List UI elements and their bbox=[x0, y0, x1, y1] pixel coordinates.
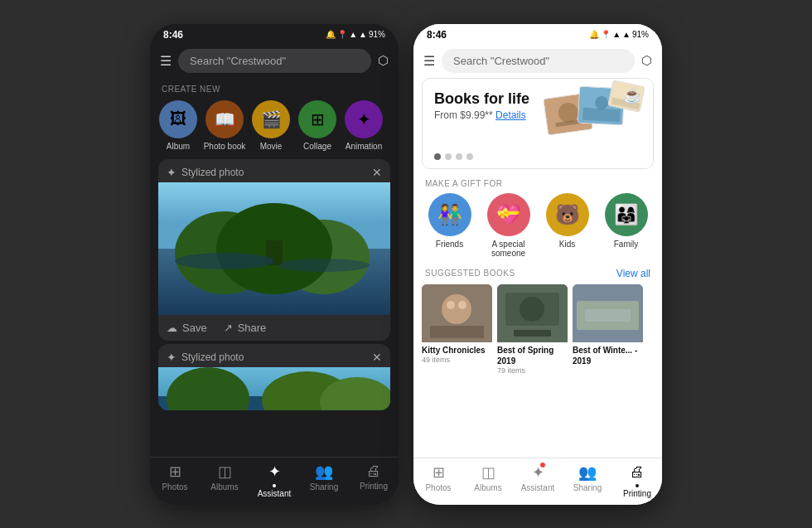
sharing-nav-icon: 👥 bbox=[315, 463, 333, 481]
printing-nav-label: Printing bbox=[360, 482, 388, 491]
create-movie[interactable]: 🎬 Movie bbox=[248, 100, 294, 151]
stylized-photo-card-1: ✦ Stylized photo ✕ bbox=[158, 159, 390, 341]
sharing-nav-label-r: Sharing bbox=[573, 483, 602, 492]
svg-point-23 bbox=[447, 301, 455, 309]
kids-icon: 🐻 bbox=[546, 193, 589, 236]
card2-title: Stylized photo bbox=[181, 351, 244, 363]
card1-close[interactable]: ✕ bbox=[372, 166, 382, 179]
create-album[interactable]: 🖼 Album bbox=[155, 100, 201, 151]
battery-right: 91% bbox=[632, 30, 649, 39]
menu-icon-left[interactable]: ☰ bbox=[160, 53, 172, 69]
bottom-nav-left: ⊞ Photos ◫ Albums ✦ Assistant 👥 Sharing … bbox=[150, 457, 399, 505]
card1-actions: ☁ Save ↗ Share bbox=[158, 315, 390, 341]
sparkle-icon-1: ✦ bbox=[167, 166, 176, 179]
notification-icon: 🔔 bbox=[326, 30, 336, 39]
nav-assistant-right[interactable]: ✦ Assistant bbox=[518, 463, 558, 498]
album-label: Album bbox=[167, 142, 190, 151]
save-button[interactable]: ☁ Save bbox=[167, 322, 207, 334]
album-icon: 🖼 bbox=[159, 100, 197, 138]
nav-printing-left[interactable]: 🖨 Printing bbox=[354, 463, 394, 498]
photos-nav-label-r: Photos bbox=[425, 483, 451, 492]
nav-printing-right[interactable]: 🖨 Printing bbox=[617, 463, 657, 498]
menu-icon-right[interactable]: ☰ bbox=[423, 53, 435, 69]
albums-nav-label-r: Albums bbox=[474, 483, 501, 492]
nav-sharing-left[interactable]: 👥 Sharing bbox=[304, 463, 344, 498]
create-collage[interactable]: ⊞ Collage bbox=[294, 100, 341, 151]
kitty-book-count: 49 items bbox=[422, 356, 492, 364]
create-animation[interactable]: ✦ Animation bbox=[341, 100, 387, 151]
svg-rect-29 bbox=[514, 330, 551, 337]
family-label: Family bbox=[614, 240, 638, 249]
friends-icon: 👫 bbox=[428, 193, 471, 236]
gift-friends[interactable]: 👫 Friends bbox=[428, 193, 471, 258]
svg-point-7 bbox=[278, 259, 370, 272]
card1-header: ✦ Stylized photo ✕ bbox=[158, 159, 390, 182]
sharing-nav-label: Sharing bbox=[310, 482, 338, 492]
save-label: Save bbox=[182, 322, 207, 334]
gift-kids[interactable]: 🐻 Kids bbox=[546, 193, 589, 258]
phones-container: 8:46 🔔 📍 ▲ ▲ 91% ☰ Search "Crestwood" ⬡ … bbox=[150, 24, 662, 505]
share-button[interactable]: ↗ Share bbox=[224, 322, 267, 334]
photos-nav-label: Photos bbox=[162, 482, 187, 492]
collage-label: Collage bbox=[303, 142, 331, 151]
status-icons-left: 🔔 📍 ▲ ▲ 91% bbox=[326, 30, 385, 39]
search-bar-left: ☰ Search "Crestwood" ⬡ bbox=[150, 44, 399, 78]
dot-1[interactable] bbox=[434, 153, 441, 160]
svg-rect-32 bbox=[585, 309, 631, 322]
assistant-badge: ✦ bbox=[532, 463, 544, 482]
nav-photos-left[interactable]: ⊞ Photos bbox=[155, 463, 195, 498]
books-preview-images: ☕ bbox=[545, 83, 645, 162]
status-bar-right: 8:46 🔔 📍 ▲ ▲ 91% bbox=[413, 24, 662, 44]
svg-point-24 bbox=[458, 301, 466, 309]
wifi-icon-r: ▲ bbox=[622, 30, 631, 39]
make-gift-label: MAKE A GIFT FOR bbox=[413, 176, 662, 193]
nav-albums-right[interactable]: ◫ Albums bbox=[468, 463, 508, 498]
printing-nav-icon: 🖨 bbox=[366, 463, 381, 480]
special-label: A special someone bbox=[491, 240, 525, 258]
coffee-cup-decoration: ☕ bbox=[620, 83, 645, 108]
gift-family[interactable]: 👨‍👩‍👧 Family bbox=[605, 193, 648, 258]
left-phone-content: CREATE NEW 🖼 Album 📖 Photo book 🎬 Movie … bbox=[150, 78, 399, 457]
view-all-button[interactable]: View all bbox=[616, 268, 650, 279]
search-input-left[interactable]: Search "Crestwood" bbox=[178, 49, 371, 73]
signal-icon: ▲ bbox=[349, 30, 357, 39]
left-phone: 8:46 🔔 📍 ▲ ▲ 91% ☰ Search "Crestwood" ⬡ … bbox=[150, 24, 399, 505]
svg-point-6 bbox=[175, 253, 274, 269]
dot-3[interactable] bbox=[456, 153, 462, 160]
photobook-label: Photo book bbox=[204, 142, 246, 151]
svg-rect-25 bbox=[430, 326, 484, 338]
nav-sharing-right[interactable]: 👥 Sharing bbox=[568, 463, 607, 498]
cast-icon-right[interactable]: ⬡ bbox=[641, 53, 652, 68]
book-spring[interactable]: Best of Spring 2019 79 items bbox=[497, 284, 568, 375]
notification-icon-r: 🔔 bbox=[589, 30, 599, 39]
book-winter[interactable]: Best of Winte... - 2019 bbox=[573, 284, 643, 375]
cast-icon-left[interactable]: ⬡ bbox=[378, 53, 389, 68]
card2-close[interactable]: ✕ bbox=[372, 351, 382, 364]
wifi-icon: ▲ bbox=[359, 30, 367, 39]
card2-title-row: ✦ Stylized photo bbox=[167, 351, 244, 364]
create-photobook[interactable]: 📖 Photo book bbox=[201, 100, 248, 151]
assistant-nav-label: Assistant bbox=[258, 489, 292, 498]
assistant-active-dot bbox=[273, 484, 276, 487]
dot-2[interactable] bbox=[445, 153, 452, 160]
card2-header: ✦ Stylized photo ✕ bbox=[158, 344, 390, 367]
search-input-right[interactable]: Search "Crestwood" bbox=[442, 49, 635, 73]
family-icon: 👨‍👩‍👧 bbox=[605, 193, 648, 236]
svg-point-22 bbox=[442, 294, 471, 324]
status-bar-left: 8:46 🔔 📍 ▲ ▲ 91% bbox=[150, 24, 399, 44]
books-link[interactable]: Details bbox=[495, 109, 526, 121]
create-new-row: 🖼 Album 📖 Photo book 🎬 Movie ⊞ Collage ✦ bbox=[150, 97, 399, 156]
book-kitty[interactable]: Kitty Chronicles 49 items bbox=[422, 284, 492, 375]
dot-4[interactable] bbox=[466, 153, 473, 160]
nav-assistant-left[interactable]: ✦ Assistant bbox=[254, 463, 294, 498]
assistant-nav-label-r: Assistant bbox=[521, 483, 555, 492]
time-right: 8:46 bbox=[427, 29, 447, 41]
albums-nav-icon: ◫ bbox=[218, 463, 232, 481]
spring-book-name: Best of Spring 2019 bbox=[497, 345, 568, 366]
assistant-notification-dot bbox=[539, 462, 546, 468]
nav-albums-left[interactable]: ◫ Albums bbox=[205, 463, 244, 498]
animation-label: Animation bbox=[346, 142, 382, 151]
gift-special[interactable]: 💝 A special someone bbox=[487, 193, 530, 258]
photos-nav-icon-r: ⊞ bbox=[433, 463, 445, 482]
nav-photos-right[interactable]: ⊞ Photos bbox=[418, 463, 458, 498]
